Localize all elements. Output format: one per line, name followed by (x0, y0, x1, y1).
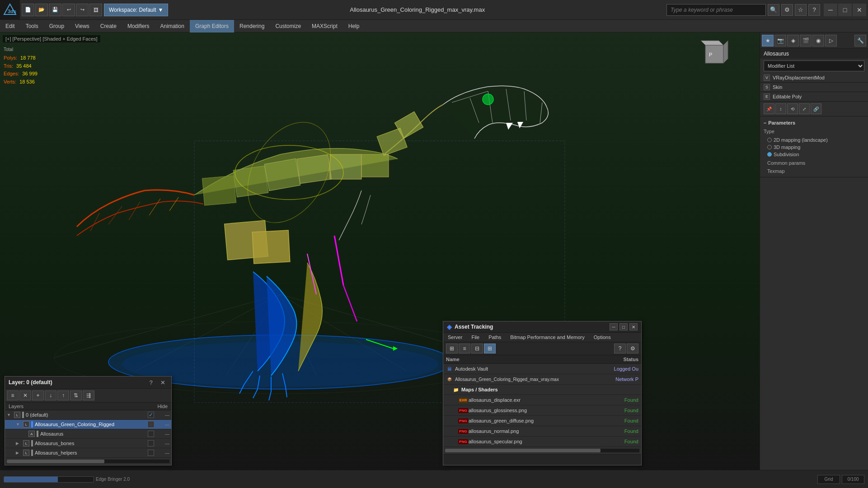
asset-row-diffuse[interactable]: PNG allosaurus_green_diffuse.png Found (443, 416, 641, 426)
layer-expand-green[interactable]: ▼ (16, 422, 21, 427)
layer-hide-allosaurus[interactable]: — (156, 432, 169, 437)
asset-row-glossiness[interactable]: PNG allosaurus_glossiness.png Found (443, 405, 641, 416)
menu-create[interactable]: Create (95, 20, 122, 33)
mod-tool-link[interactable]: 🔗 (811, 103, 821, 114)
asset-tb-icon1[interactable]: ⊞ (446, 344, 458, 353)
menu-views[interactable]: Views (70, 20, 95, 33)
asset-maximize-btn[interactable]: □ (619, 323, 628, 330)
layer-active-helpers[interactable] (148, 450, 154, 456)
mod-tool-pin[interactable]: 📌 (764, 103, 774, 114)
layer-scroll-thumb[interactable] (7, 460, 104, 463)
maximize-button[interactable]: □ (838, 4, 852, 16)
lt-btn-sort[interactable]: ⇅ (70, 390, 82, 400)
asset-menu-bitmap[interactable]: Bitmap Performance and Memory (506, 333, 589, 342)
radio-3d-mapping[interactable]: 3D mapping (767, 144, 861, 151)
menu-customize[interactable]: Customize (270, 20, 306, 33)
asset-tb-help[interactable]: ? (614, 344, 626, 353)
search-options-btn[interactable]: ⚙ (781, 4, 793, 16)
rp-icon-light[interactable]: ★ (762, 35, 774, 46)
new-btn[interactable]: 📄 (22, 4, 34, 16)
asset-menu-options[interactable]: Options (589, 333, 615, 342)
rp-icon-anim[interactable]: ▷ (825, 35, 837, 46)
modifier-entry-vray[interactable]: V VRayDisplacementMod (760, 73, 868, 83)
layer-active-allosaurus[interactable] (148, 431, 154, 437)
asset-tb-icon2[interactable]: ≡ (459, 344, 470, 353)
modifier-entry-poly[interactable]: E Editable Poly (760, 92, 868, 102)
asset-minimize-btn[interactable]: ─ (610, 323, 618, 330)
lt-btn-move-up[interactable]: ↑ (57, 390, 69, 400)
asset-menu-file[interactable]: File (467, 333, 484, 342)
rp-icon-geo[interactable]: ◈ (787, 35, 799, 46)
redo-btn[interactable]: ↪ (76, 4, 89, 16)
search-button[interactable]: 🔍 (768, 4, 779, 16)
asset-row-normal[interactable]: PNG allosaurus_normal.png Found (443, 426, 641, 437)
layer-active-green[interactable] (148, 421, 154, 428)
viewport-gizmo[interactable]: P (696, 36, 732, 72)
mod-tool-rotate[interactable]: ⟲ (787, 103, 798, 114)
radio-2d-mapping[interactable]: 2D mapping (landscape) (767, 136, 861, 144)
menu-maxscript[interactable]: MAXScript (306, 20, 343, 33)
lt-btn-delete[interactable]: ✕ (19, 390, 31, 400)
lt-btn-settings[interactable]: ≡ (7, 390, 19, 400)
layer-expand-bones[interactable]: ▶ (16, 441, 21, 446)
menu-rendering[interactable]: Rendering (234, 20, 270, 33)
lt-btn-filter[interactable]: ⇶ (83, 390, 94, 400)
menu-modifiers[interactable]: Modifiers (122, 20, 155, 33)
asset-scroll-thumb[interactable] (445, 449, 601, 452)
asset-scrollbar[interactable] (445, 449, 639, 452)
asset-row-vault[interactable]: 🏛 Autodesk Vault Logged Ou (443, 364, 641, 374)
bookmark-btn[interactable]: ☆ (795, 4, 807, 16)
layer-expand-default[interactable]: ▼ (7, 413, 12, 417)
layer-scrollbar[interactable] (7, 460, 169, 463)
rp-icon-camera[interactable]: 📷 (774, 35, 786, 46)
modifier-entry-skin[interactable]: S Skin (760, 83, 868, 92)
workspace-button[interactable]: Workspace: Default ▼ (104, 4, 168, 16)
asset-row-maps-folder[interactable]: 📁 Maps / Shaders (443, 385, 641, 395)
scene-explorer-btn[interactable]: 🖼 (89, 4, 102, 16)
asset-row-specular[interactable]: PNG allosaurus_specular.png Found (443, 437, 641, 447)
menu-group[interactable]: Group (44, 20, 70, 33)
menu-animation[interactable]: Animation (155, 20, 190, 33)
layer-hide-green[interactable]: — (156, 422, 169, 427)
rp-icon-material[interactable]: ◉ (812, 35, 824, 46)
menu-help[interactable]: Help (343, 20, 365, 33)
layer-row-bones[interactable]: ▶ L Allosaurus_bones — (5, 439, 171, 448)
menu-tools[interactable]: Tools (20, 20, 44, 33)
layer-hide-default[interactable]: — (156, 413, 169, 418)
asset-tb-icon4[interactable]: ⊞ (484, 344, 496, 353)
undo-btn[interactable]: ↩ (62, 4, 75, 16)
rp-icon-util[interactable]: 🔧 (854, 35, 866, 46)
params-minus-icon[interactable]: – (764, 120, 766, 125)
layer-row-helpers[interactable]: ▶ L Allosaurus_helpers — (5, 448, 171, 458)
save-btn[interactable]: 💾 (49, 4, 61, 16)
mod-tool-scale[interactable]: ⤢ (799, 103, 810, 114)
layer-row-green[interactable]: ▼ L Allosaurus_Green_Coloring_Rigged — (5, 420, 171, 429)
close-button[interactable]: ✕ (853, 4, 866, 16)
asset-row-displace[interactable]: EXR allosaurus_displace.exr Found (443, 395, 641, 405)
rp-icon-render[interactable]: 🎬 (800, 35, 812, 46)
asset-row-maxfile[interactable]: 📦 Allosaurus_Green_Coloring_Rigged_max_v… (443, 374, 641, 385)
asset-menu-paths[interactable]: Paths (484, 333, 506, 342)
minimize-button[interactable]: ─ (824, 4, 837, 16)
help-btn[interactable]: ? (808, 4, 820, 16)
mod-tool-move[interactable]: ↕ (775, 103, 786, 114)
menu-graph-editors[interactable]: Graph Editors (190, 20, 234, 33)
layer-active-bones[interactable] (148, 440, 154, 446)
asset-close-btn[interactable]: ✕ (629, 323, 638, 330)
open-btn[interactable]: 📂 (35, 4, 48, 16)
layer-close-button[interactable]: ✕ (158, 378, 168, 386)
layer-help-button[interactable]: ? (146, 378, 156, 386)
layer-hide-bones[interactable]: — (156, 441, 169, 446)
layer-row-allosaurus[interactable]: A Allosaurus — (5, 429, 171, 439)
search-input[interactable] (666, 4, 766, 16)
layer-row-default[interactable]: ▼ L 0 (default) ✓ — (5, 410, 171, 420)
menu-edit[interactable]: Edit (0, 20, 20, 33)
modifier-dropdown[interactable]: Modifier List (764, 60, 864, 71)
asset-tb-settings[interactable]: ⚙ (627, 344, 638, 353)
layer-expand-helpers[interactable]: ▶ (16, 451, 21, 455)
asset-menu-server[interactable]: Server (443, 333, 467, 342)
layer-hide-helpers[interactable]: — (156, 451, 169, 455)
asset-tb-icon3[interactable]: ⊟ (471, 344, 483, 353)
radio-subdivision[interactable]: Subdivision (767, 151, 861, 158)
lt-btn-move-down[interactable]: ↓ (45, 390, 56, 400)
